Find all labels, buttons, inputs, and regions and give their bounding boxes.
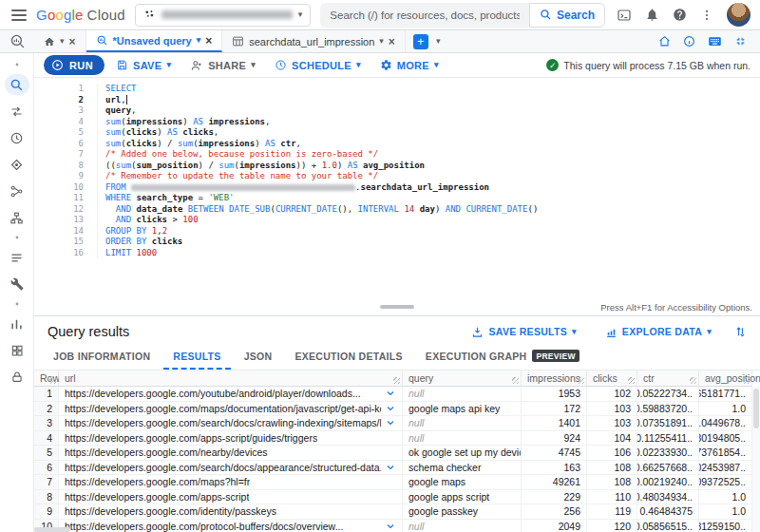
column-header-query[interactable]: query [403,370,522,387]
column-header-avg_position[interactable]: avg_position [699,370,752,387]
expand-chevron-icon[interactable] [385,462,396,473]
swap-vertical-icon[interactable] [734,326,747,338]
close-icon[interactable] [389,36,395,48]
tab-home[interactable] [34,30,86,52]
url-cell[interactable]: https://developers.google.com/search/doc… [59,461,403,476]
results-tab-json[interactable]: JSON [235,351,282,370]
sidebar-item-explorer-search[interactable] [5,74,29,95]
more-button[interactable]: MORE [372,55,446,76]
keyboard-shortcuts-icon[interactable] [708,34,722,48]
expand-chevron-icon[interactable] [385,417,396,428]
sidebar-item-admin-tools[interactable] [5,274,29,294]
column-resize-handle[interactable] [690,377,696,384]
save-button[interactable]: SAVE [108,55,179,76]
sidebar-item-governance[interactable] [5,367,29,388]
more-vertical-icon[interactable] [700,9,713,22]
run-button[interactable]: RUN [44,55,104,75]
tab-unsaved-query[interactable]: *Unsaved query [86,30,223,52]
url-cell[interactable]: https://developers.google.com/maps?hl=fr [59,475,403,490]
column-header-url[interactable]: url [59,370,403,387]
column-resize-handle[interactable] [578,377,584,384]
table-icon [232,35,244,48]
url-cell[interactable]: https://developers.google.com/nearby/dev… [59,446,403,461]
search-input[interactable] [320,3,529,28]
column-resize-handle[interactable] [393,377,400,384]
new-tab-button[interactable] [413,34,428,49]
results-tab-results[interactable]: RESULTS [163,351,230,370]
help-icon[interactable] [673,8,687,22]
panel-splitter-handle[interactable] [380,305,414,309]
expand-chevron-icon[interactable] [385,403,396,414]
collapse-icon[interactable] [734,35,747,48]
sidebar-item-data-transfers[interactable] [5,101,29,122]
column-header-clicks[interactable]: clicks [587,370,637,387]
sql-code-area[interactable]: 1SELECT2url,3query,4sum(impressions) AS … [34,78,760,298]
url-cell[interactable]: https://developers.google.com/youtube/an… [59,387,403,402]
line-number: 15 [34,237,97,248]
column-resize-handle[interactable] [512,377,519,384]
ctr-cell: 0.66257668.. [637,461,699,476]
column-resize-handle[interactable] [49,377,56,384]
info-icon[interactable] [683,35,695,48]
url-cell[interactable]: https://developers.google.com/apps-scrip… [59,490,403,505]
results-tab-job-information[interactable]: JOB INFORMATION [44,351,160,370]
query-cell: google passkey [403,504,522,520]
column-header-impressions[interactable]: impressions [522,370,587,387]
url-cell[interactable]: https://developers.google.com/protocol-b… [59,520,403,532]
avatar[interactable] [727,3,750,27]
sidebar-item-analytics-hub[interactable] [5,154,29,175]
editor-tabs: *Unsaved query searchdata_url_impression [34,30,406,52]
table-horizontal-scrollbar[interactable] [34,527,70,532]
share-button[interactable]: SHARE [182,55,263,76]
url-cell[interactable]: https://developers.google.com/search/doc… [59,416,403,431]
sidebar-item-capacity[interactable] [5,340,29,361]
column-header-row[interactable]: Row [34,370,59,387]
row-number-cell: 7 [34,475,59,490]
content-area: RUN SAVE SHARE SCHEDUL [34,53,760,532]
cloud-shell-icon[interactable] [617,8,632,23]
sidebar-item-monitoring[interactable] [5,314,29,334]
expand-chevron-icon[interactable] [385,521,396,532]
impressions-cell: 163 [522,461,587,476]
url-cell[interactable]: https://developers.google.com/maps/docum… [59,402,403,417]
table-vertical-scrollbar[interactable] [752,387,760,532]
tab-searchdata-url-impression[interactable]: searchdata_url_impression [222,30,406,52]
sidebar-item-data-lineage[interactable] [5,207,29,228]
explore-chart-icon [605,326,618,338]
line-number: 11 [34,193,97,204]
column-resize-handle[interactable] [628,377,635,384]
code-line: 2url, [34,95,760,106]
column-resize-handle[interactable] [743,377,750,384]
close-icon[interactable] [205,35,212,47]
row-number-cell: 5 [34,446,59,461]
results-tab-execution-details[interactable]: EXECUTION DETAILS [285,351,411,370]
project-selector[interactable] [135,4,312,27]
sidebar-item-migration[interactable] [5,247,29,268]
search-button[interactable]: Search [529,3,605,28]
impressions-cell: 49261 [522,475,587,490]
results-tab-execution-graph[interactable]: EXECUTION GRAPHPREVIEW [416,350,589,370]
close-icon[interactable] [69,36,76,48]
explore-data-button[interactable]: EXPLORE DATA [599,325,717,339]
results-actions: SAVE RESULTS EXPLORE DATA [466,325,747,339]
avg-position-cell: 4.73761854.. [699,446,752,461]
sidebar-item-dataform[interactable] [5,180,29,201]
home-icon[interactable] [658,35,671,48]
sql-editor: 1SELECT2url,3query,4sum(impressions) AS … [34,78,760,315]
notifications-icon[interactable] [645,8,659,22]
schedule-button[interactable]: SCHEDULE [267,55,369,76]
query-cell: google apps script [403,490,522,505]
save-results-button[interactable]: SAVE RESULTS [466,325,581,339]
ctr-cell: 0.48034934.. [637,490,699,505]
column-header-ctr[interactable]: ctr [637,370,699,387]
line-number: 12 [34,204,97,216]
url-cell[interactable]: https://developers.google.com/apps-scrip… [59,431,403,446]
sidebar-item-scheduled-queries[interactable] [5,127,29,148]
url-cell[interactable]: https://developers.google.com/identity/p… [59,504,403,520]
line-number: 14 [34,226,97,238]
tab-overflow-icon[interactable] [436,37,441,46]
menu-icon[interactable] [11,10,27,21]
google-cloud-logo[interactable]: Google Cloud [36,7,125,23]
expand-chevron-icon[interactable] [385,388,396,399]
avg-position-cell: 7.81259150.. [699,520,752,532]
